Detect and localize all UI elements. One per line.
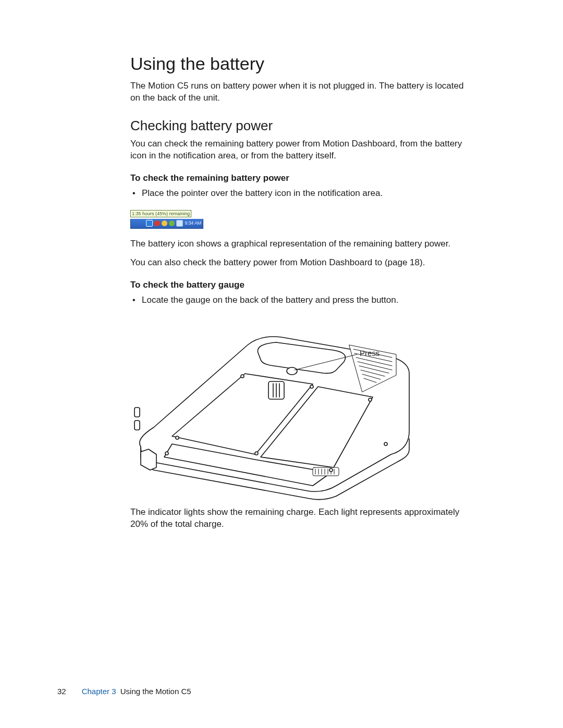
page-footer: 32 Chapter 3 Using the Motion C5 xyxy=(57,686,191,697)
manual-page: Using the battery The Motion C5 runs on … xyxy=(0,0,563,728)
svg-point-4 xyxy=(287,367,297,375)
tray-clock: 9:34 AM xyxy=(185,220,201,226)
svg-point-26 xyxy=(329,468,333,472)
tray-network-icon xyxy=(146,220,153,227)
svg-point-24 xyxy=(255,452,258,455)
svg-point-21 xyxy=(176,436,179,439)
content-column: Using the battery The Motion C5 runs on … xyxy=(130,52,474,530)
svg-point-23 xyxy=(310,385,313,388)
svg-rect-13 xyxy=(313,467,339,476)
page-title: Using the battery xyxy=(130,52,474,76)
device-back-illustration: Press xyxy=(125,314,417,501)
intro-paragraph: The Motion C5 runs on battery power when… xyxy=(130,80,474,104)
body-paragraph: The indicator lights show the remaining … xyxy=(130,507,474,530)
taskbar-tray: 9:34 AM xyxy=(130,219,203,229)
svg-rect-30 xyxy=(134,421,140,430)
page-number: 32 xyxy=(57,686,66,697)
howto-list-2: Locate the gauge on the back of the batt… xyxy=(130,294,474,306)
tray-status-icon xyxy=(169,220,175,226)
body-paragraph: You can also check the battery power fro… xyxy=(130,257,474,269)
systray-screenshot: 1:35 hours (45%) remaining 9:34 AM xyxy=(130,207,203,229)
body-paragraph: The battery icon shows a graphical repre… xyxy=(130,238,474,250)
battery-tooltip: 1:35 hours (45%) remaining xyxy=(130,210,191,217)
tray-app-icon xyxy=(176,220,183,227)
list-item: Place the pointer over the battery icon … xyxy=(130,188,474,200)
svg-rect-29 xyxy=(134,408,140,417)
howto-list-1: Place the pointer over the battery icon … xyxy=(130,188,474,200)
tray-battery-icon xyxy=(154,220,160,226)
callout-press: Press xyxy=(360,348,380,359)
svg-point-27 xyxy=(165,452,168,455)
tray-shield-icon xyxy=(162,220,167,226)
tablet-back-svg xyxy=(125,314,417,501)
howto-heading-remaining-power: To check the remaining battery power xyxy=(130,172,474,184)
chapter-title: Using the Motion C5 xyxy=(120,687,191,696)
section-title-checking: Checking battery power xyxy=(130,117,474,135)
section-intro: You can check the remaining battery powe… xyxy=(130,138,474,162)
svg-point-25 xyxy=(369,398,372,401)
svg-point-22 xyxy=(241,375,244,378)
svg-point-28 xyxy=(384,442,387,446)
list-item: Locate the gauge on the back of the batt… xyxy=(130,294,474,306)
howto-heading-battery-gauge: To check the battery gauge xyxy=(130,279,474,291)
footer-chapter: Chapter 3 Using the Motion C5 xyxy=(82,686,191,697)
chapter-label: Chapter 3 xyxy=(82,687,116,696)
